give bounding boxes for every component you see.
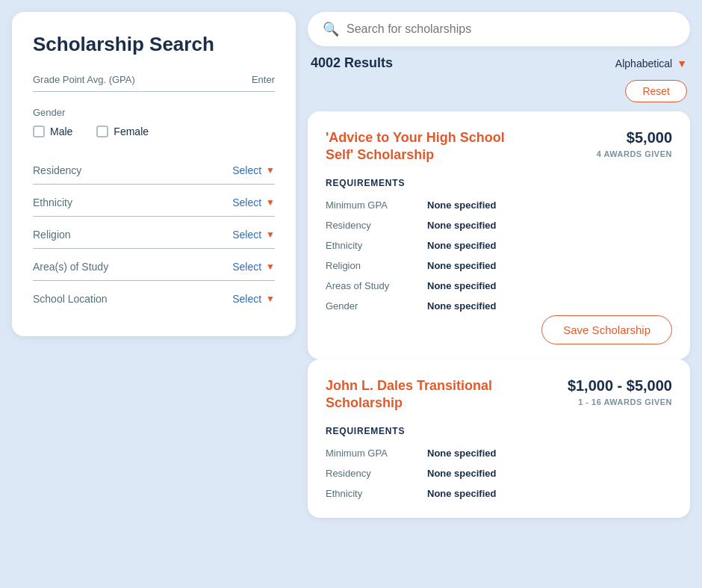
filter-areas-of-study[interactable]: Area(s) of Study Select ▼ [33,249,275,281]
filter-label-religion: Religion [33,229,71,241]
female-label: Female [114,126,149,137]
chevron-down-icon: ▼ [266,229,275,240]
req-item: Ethnicity None specified [326,484,672,503]
req-key: Ethnicity [326,486,415,501]
filter-value-ethnicity: Select ▼ [232,196,275,208]
card-header: John L. Dales Transitional Scholarship $… [326,377,672,412]
req-value: None specified [427,298,496,314]
req-value: None specified [427,445,496,461]
cards-container: 'Advice to Your High School Self' Schola… [308,111,690,518]
filter-label-school-location: School Location [33,293,108,305]
scholarship-card-1: 'Advice to Your High School Self' Schola… [308,111,690,359]
req-value: None specified [427,197,496,213]
filter-school-location[interactable]: School Location Select ▼ [33,281,275,312]
filter-value-areas-of-study: Select ▼ [232,261,275,273]
save-scholarship-button[interactable]: Save Scholarship [541,315,672,344]
panel-title: Scholarship Search [33,33,275,56]
requirements-table: Minimum GPA None specified Residency Non… [326,444,672,503]
gpa-enter-hint: Enter [252,74,275,85]
req-key: Areas of Study [326,278,415,294]
req-value: None specified [427,217,496,233]
male-option[interactable]: Male [33,126,72,137]
req-key: Minimum GPA [326,445,415,461]
req-item: Minimum GPA None specified [326,444,672,462]
req-value: None specified [427,258,496,273]
card-title: John L. Dales Transitional Scholarship [326,377,533,412]
search-input[interactable] [347,22,675,36]
req-item: Residency None specified [326,464,672,483]
card-amount-block: $5,000 4 AWARDS GIVEN [597,129,672,160]
filter-label-residency: Residency [33,164,81,176]
req-item: Gender None specified [326,297,672,315]
female-option[interactable]: Female [96,126,149,137]
male-label: Male [50,126,72,137]
results-bar: 4002 Results Alphabetical ▼ [308,55,690,71]
req-value: None specified [427,465,496,481]
req-item: Minimum GPA None specified [326,196,672,214]
req-value: None specified [427,278,496,294]
requirements-table: Minimum GPA None specified Residency Non… [326,196,672,315]
filter-label-ethnicity: Ethnicity [33,196,72,208]
requirements-label: REQUIREMENTS [326,426,672,436]
sort-chevron-icon: ▼ [677,58,687,69]
filter-panel: Scholarship Search Grade Point Avg. (GPA… [12,12,296,336]
gpa-label: Grade Point Avg. (GPA) [33,74,135,85]
req-key: Residency [326,217,415,233]
search-bar[interactable]: 🔍 [308,12,690,46]
req-key: Minimum GPA [326,197,415,213]
filter-value-religion: Select ▼ [232,229,275,241]
gender-section: Gender Male Female [33,107,275,137]
requirements-label: REQUIREMENTS [326,178,672,188]
card-amount-block: $1,000 - $5,000 1 - 16 AWARDS GIVEN [568,377,672,408]
req-key: Religion [326,258,415,273]
card-awards: 4 AWARDS GIVEN [597,149,672,158]
search-icon: 🔍 [323,21,339,37]
filter-label-areas-of-study: Area(s) of Study [33,261,108,273]
req-key: Residency [326,465,415,481]
card-header: 'Advice to Your High School Self' Schola… [326,129,672,164]
results-panel: 🔍 4002 Results Alphabetical ▼ Reset 'Adv… [308,12,690,576]
filter-ethnicity[interactable]: Ethnicity Select ▼ [33,185,275,217]
gpa-field[interactable]: Grade Point Avg. (GPA) Enter [33,74,275,92]
reset-button[interactable]: Reset [625,80,687,102]
req-value: None specified [427,486,496,501]
filter-religion[interactable]: Religion Select ▼ [33,217,275,249]
chevron-down-icon: ▼ [266,165,275,176]
gender-options: Male Female [33,126,275,137]
req-item: Religion None specified [326,256,672,275]
req-key: Ethnicity [326,238,415,253]
filter-value-school-location: Select ▼ [232,293,275,305]
sort-dropdown[interactable]: Alphabetical ▼ [615,58,687,69]
card-amount: $1,000 - $5,000 [568,377,672,394]
gender-label: Gender [33,107,275,118]
male-checkbox[interactable] [33,126,45,137]
filter-value-residency: Select ▼ [232,164,275,176]
req-value: None specified [427,238,496,253]
sort-label: Alphabetical [615,58,672,69]
filter-rows: Residency Select ▼ Ethnicity Select ▼ Re… [33,152,275,312]
chevron-down-icon: ▼ [266,261,275,272]
chevron-down-icon: ▼ [266,197,275,208]
scholarship-card-2: John L. Dales Transitional Scholarship $… [308,359,690,518]
filter-residency[interactable]: Residency Select ▼ [33,152,275,185]
req-item: Residency None specified [326,216,672,235]
card-title: 'Advice to Your High School Self' Schola… [326,129,533,164]
card-awards: 1 - 16 AWARDS GIVEN [578,397,672,406]
reset-row: Reset [308,80,690,102]
results-count: 4002 Results [311,55,393,71]
req-key: Gender [326,298,415,314]
female-checkbox[interactable] [96,126,108,137]
card-footer: Save Scholarship [326,315,672,344]
req-item: Areas of Study None specified [326,276,672,295]
req-item: Ethnicity None specified [326,236,672,255]
chevron-down-icon: ▼ [266,294,275,304]
card-amount: $5,000 [597,129,672,146]
